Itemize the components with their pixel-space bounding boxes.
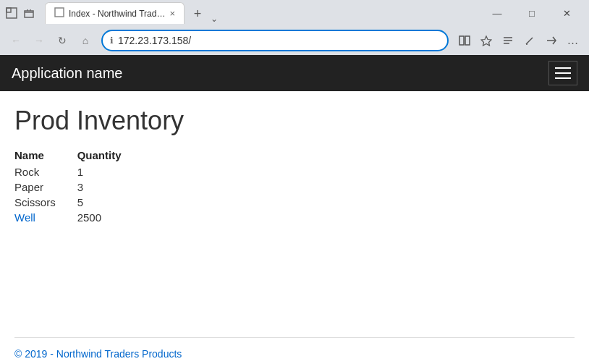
svg-marker-9: [481, 36, 491, 46]
maximize-button[interactable]: □: [515, 1, 548, 25]
table-row: Rock1: [14, 164, 143, 179]
tab-favicon: [54, 7, 64, 20]
table-cell-quantity: 1: [77, 164, 143, 179]
page-footer: © 2019 - Northwind Traders Products: [14, 338, 575, 364]
hamburger-line-3: [555, 77, 571, 79]
app-navbar: Application name: [0, 55, 589, 91]
reading-list-icon: [502, 35, 514, 46]
svg-rect-1: [7, 8, 11, 12]
address-bar: ← → ↻ ⌂ ℹ 172.23.173.158/ …: [0, 26, 589, 55]
table-cell-quantity: 2500: [77, 210, 143, 225]
more-icon: …: [567, 34, 580, 47]
close-button[interactable]: ✕: [550, 1, 583, 25]
address-input-wrap[interactable]: ℹ 172.23.173.158/: [101, 30, 449, 51]
star-icon: [480, 35, 492, 46]
info-icon: ℹ: [110, 35, 114, 46]
table-cell-name[interactable]: Well: [14, 210, 77, 225]
reading-list-button[interactable]: [498, 30, 518, 51]
split-view-icon: [459, 35, 470, 46]
table-cell-quantity: 3: [77, 179, 143, 195]
tab-close-button[interactable]: ×: [169, 9, 175, 18]
col-header-quantity: Quantity: [77, 148, 143, 164]
more-button[interactable]: …: [563, 30, 583, 51]
page-content: Prod Inventory Name Quantity Rock1Paper3…: [0, 91, 589, 337]
table-row: Well2500: [14, 210, 143, 225]
taskbar-icon-2: [23, 7, 35, 19]
taskbar-icon-1: [6, 7, 17, 19]
notes-button[interactable]: [520, 30, 540, 51]
browser-tab-active[interactable]: Index - Northwind Trad… ×: [45, 2, 185, 24]
minimize-button[interactable]: —: [480, 1, 514, 25]
favorites-button[interactable]: [476, 30, 496, 51]
refresh-button[interactable]: ↻: [52, 30, 72, 51]
col-header-name: Name: [14, 148, 77, 164]
hamburger-menu-button[interactable]: [548, 61, 577, 85]
home-button[interactable]: ⌂: [75, 30, 96, 51]
forward-button[interactable]: →: [29, 30, 49, 51]
hamburger-line-1: [555, 67, 571, 69]
tab-dropdown-button[interactable]: ⌄: [211, 14, 218, 24]
table-cell-name: Scissors: [14, 195, 77, 210]
svg-rect-7: [459, 36, 464, 45]
title-bar: Index - Northwind Trad… × + ⌄ — □ ✕: [0, 0, 589, 26]
table-cell-name: Paper: [14, 179, 77, 195]
svg-line-14: [530, 38, 533, 41]
table-cell-name: Rock: [14, 164, 77, 179]
svg-rect-0: [7, 8, 17, 18]
hamburger-line-2: [555, 72, 571, 74]
svg-rect-6: [55, 8, 64, 17]
tab-bar: Index - Northwind Trad… × + ⌄: [45, 2, 218, 24]
table-cell-quantity: 5: [77, 195, 143, 210]
notes-icon: [524, 35, 535, 46]
back-button[interactable]: ←: [6, 30, 26, 51]
taskbar-icons: [6, 7, 35, 19]
share-button[interactable]: [541, 30, 562, 51]
share-icon: [546, 35, 557, 46]
title-bar-left: Index - Northwind Trad… × + ⌄: [6, 2, 218, 24]
tab-title: Index - Northwind Trad…: [69, 9, 165, 19]
new-tab-button[interactable]: +: [187, 4, 208, 24]
table-row: Paper3: [14, 179, 143, 195]
svg-rect-8: [465, 36, 470, 45]
browser-chrome: Index - Northwind Trad… × + ⌄ — □ ✕ ← → …: [0, 0, 589, 55]
toolbar-icons: …: [454, 30, 583, 51]
app-name: Application name: [12, 65, 122, 82]
window-controls: — □ ✕: [480, 1, 583, 25]
footer-divider: © 2019 - Northwind Traders Products: [14, 337, 575, 364]
inventory-table: Name Quantity Rock1Paper3Scissors5Well25…: [14, 148, 143, 225]
page-title: Prod Inventory: [14, 106, 575, 136]
split-view-button[interactable]: [454, 30, 475, 51]
table-row: Scissors5: [14, 195, 143, 210]
address-text: 172.23.173.158/: [118, 35, 440, 46]
